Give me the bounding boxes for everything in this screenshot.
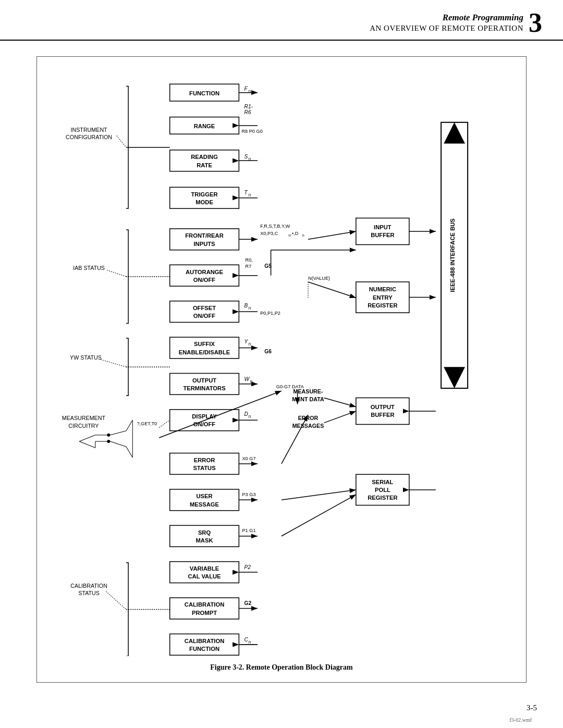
svg-rect-57 [356, 398, 409, 424]
svg-line-141 [159, 420, 169, 427]
svg-text:REGISTER: REGISTER [368, 302, 397, 309]
svg-text:W: W [244, 376, 250, 382]
svg-rect-32 [170, 453, 239, 475]
svg-text:G2: G2 [244, 600, 252, 606]
svg-text:n: n [249, 193, 251, 198]
svg-text:INPUTS: INPUTS [193, 241, 215, 247]
svg-text:MODE: MODE [195, 199, 213, 205]
svg-text:CALIBRATION: CALIBRATION [185, 601, 224, 608]
svg-text:n: n [302, 233, 304, 238]
svg-text:R7: R7 [246, 264, 252, 269]
svg-text:MEASUREMENT: MEASUREMENT [62, 415, 106, 421]
svg-text:DISPLAY: DISPLAY [192, 413, 217, 419]
svg-text:STATUS: STATUS [78, 590, 100, 596]
svg-text:n: n [249, 306, 251, 311]
svg-text:RATE: RATE [197, 162, 212, 168]
svg-text:P3  G3: P3 G3 [242, 492, 255, 497]
svg-text:R0,: R0, [246, 257, 253, 263]
svg-text:n: n [249, 640, 251, 645]
svg-text:ERROR: ERROR [298, 415, 319, 421]
svg-text:FUNCTION: FUNCTION [189, 646, 219, 652]
svg-text:F,R,S,T,B,Y,W: F,R,S,T,B,Y,W [260, 224, 290, 229]
svg-text:n: n [249, 414, 251, 419]
svg-rect-26 [170, 373, 239, 394]
svg-text:X0,P3,C: X0,P3,C [260, 231, 278, 236]
svg-text:REGISTER: REGISTER [368, 495, 397, 501]
svg-text:MENT DATA: MENT DATA [292, 396, 324, 402]
svg-line-162 [324, 398, 356, 406]
svg-rect-14 [170, 229, 239, 250]
svg-text:CIRCUITRY: CIRCUITRY [68, 423, 99, 429]
svg-text:USER: USER [196, 493, 212, 499]
svg-rect-41 [170, 562, 239, 583]
svg-line-83 [110, 441, 126, 447]
svg-text:BUFFER: BUFFER [371, 232, 395, 238]
header-text: Remote Programming AN OVERVIEW OF REMOTE… [370, 12, 523, 34]
svg-rect-38 [170, 525, 239, 547]
svg-text:R6: R6 [244, 109, 251, 115]
svg-text:IAB STATUS: IAB STATUS [73, 265, 105, 271]
svg-text:PROMPT: PROMPT [192, 610, 217, 616]
svg-text:AUTORANGE: AUTORANGE [186, 269, 224, 275]
svg-text:ON/OFF: ON/OFF [193, 313, 216, 319]
svg-text:P1  G1: P1 G1 [242, 528, 255, 533]
svg-text:MESSAGE: MESSAGE [190, 501, 219, 508]
file-ref: f3-02.wmf [510, 717, 532, 723]
svg-text:CALIBRATION: CALIBRATION [185, 638, 224, 644]
svg-text:VARIABLE: VARIABLE [190, 565, 219, 572]
svg-text:INPUT: INPUT [374, 224, 391, 230]
svg-text:CAL VALUE: CAL VALUE [188, 573, 221, 579]
svg-text:,•,D: ,•,D [290, 231, 298, 236]
svg-text:SRQ: SRQ [198, 529, 211, 536]
svg-text:STATUS: STATUS [193, 465, 216, 471]
svg-text:n: n [249, 342, 251, 347]
svg-text:RANGE: RANGE [194, 123, 215, 129]
svg-text:MESSAGES: MESSAGES [292, 423, 324, 429]
svg-line-155 [308, 231, 356, 239]
svg-text:G6: G6 [264, 349, 272, 354]
svg-text:C: C [244, 637, 249, 643]
svg-text:SUFFIX: SUFFIX [194, 341, 215, 347]
svg-text:ERROR: ERROR [194, 457, 215, 463]
svg-rect-11 [170, 187, 239, 208]
svg-text:POLL: POLL [375, 487, 390, 493]
main-content: FUNCTION RANGE READING RATE TRIGGER MODE… [0, 41, 563, 693]
svg-line-90 [126, 447, 132, 457]
svg-text:OUTPUT: OUTPUT [371, 404, 395, 410]
svg-line-89 [126, 420, 132, 430]
svg-text:TRIGGER: TRIGGER [191, 191, 217, 198]
svg-line-71 [117, 135, 126, 147]
svg-text:P0,P1,P2: P0,P1,P2 [260, 311, 280, 316]
svg-text:YW STATUS: YW STATUS [70, 354, 102, 361]
svg-rect-44 [170, 598, 239, 619]
svg-rect-8 [170, 150, 239, 171]
svg-text:ON/OFF: ON/OFF [193, 421, 216, 427]
svg-text:ON/OFF: ON/OFF [193, 277, 216, 283]
svg-text:ENABLE/DISABLE: ENABLE/DISABLE [179, 349, 230, 355]
header-number: 3 [529, 9, 542, 36]
svg-text:X0  G7: X0 G7 [242, 456, 255, 461]
svg-rect-35 [170, 489, 239, 511]
svg-rect-17 [170, 265, 239, 286]
svg-line-161 [324, 411, 356, 423]
svg-text:CALIBRATION: CALIBRATION [70, 583, 107, 589]
header-right: Remote Programming AN OVERVIEW OF REMOTE… [370, 9, 542, 36]
svg-text:BUFFER: BUFFER [371, 412, 395, 418]
page-header: Remote Programming AN OVERVIEW OF REMOTE… [0, 0, 563, 41]
svg-text:T: T [244, 190, 248, 195]
svg-text:FUNCTION: FUNCTION [189, 90, 219, 96]
svg-text:N(VALUE): N(VALUE) [308, 276, 330, 281]
svg-text:MASK: MASK [196, 537, 213, 544]
svg-line-74 [107, 270, 126, 276]
header-subtitle: AN OVERVIEW OF REMOTE OPERATION [370, 23, 523, 34]
svg-text:IEEE-488 INTERFACE BUS: IEEE-488 INTERFACE BUS [449, 218, 456, 292]
svg-text:READING: READING [191, 154, 218, 160]
svg-text:INSTRUMENT: INSTRUMENT [71, 127, 108, 133]
figure-caption: Figure 3-2. Remote Operation Block Diagr… [47, 663, 516, 672]
svg-text:OFFSET: OFFSET [193, 305, 216, 311]
svg-rect-23 [170, 337, 239, 359]
svg-line-164 [282, 495, 356, 536]
page: Remote Programming AN OVERVIEW OF REMOTE… [0, 0, 563, 728]
page-number: 3-5 [527, 704, 537, 712]
svg-text:OUTPUT: OUTPUT [192, 377, 216, 384]
